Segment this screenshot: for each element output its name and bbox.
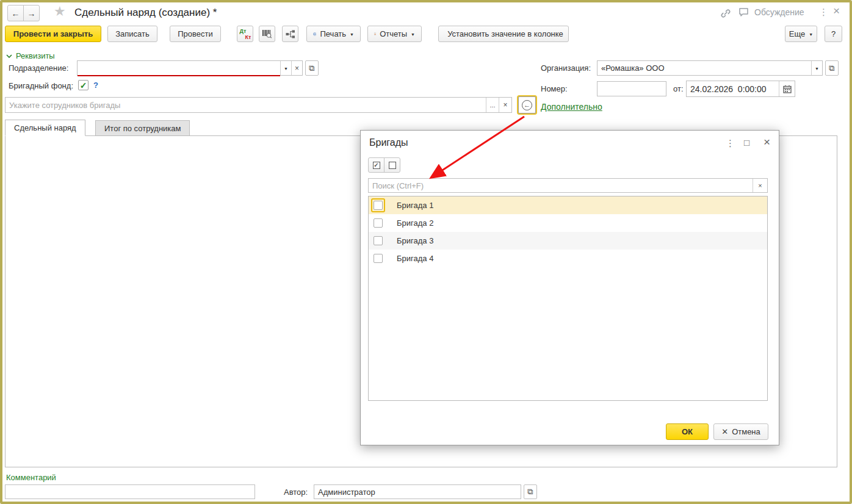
structure-icon bbox=[286, 30, 295, 38]
dt-kt-icon: Дт Кт bbox=[240, 29, 251, 40]
window-menu-icon[interactable]: ⋮ bbox=[819, 7, 828, 18]
caret-icon: ▼ bbox=[350, 32, 354, 37]
department-label: Подразделение: bbox=[9, 63, 68, 73]
nav-buttons: ← → bbox=[7, 5, 40, 21]
chevron-down-icon: ▼ bbox=[815, 67, 819, 71]
back-button[interactable]: ← bbox=[7, 5, 24, 21]
back-icon: ← bbox=[12, 9, 20, 18]
item-checkbox[interactable] bbox=[374, 218, 383, 228]
cancel-button[interactable]: ✕ Отмена bbox=[713, 423, 768, 440]
ok-button[interactable]: ОК bbox=[666, 423, 709, 440]
dialog-toolbar: ✓ bbox=[368, 157, 400, 173]
item-checkbox[interactable] bbox=[374, 201, 383, 210]
set-column-value-button[interactable]: Установить значение в колонке bbox=[438, 26, 569, 42]
forward-button[interactable]: → bbox=[23, 5, 40, 21]
dialog-maximize-icon[interactable]: □ bbox=[744, 137, 749, 148]
window-close-icon[interactable]: × bbox=[833, 5, 840, 16]
department-open-button[interactable]: ⧉ bbox=[305, 60, 319, 76]
author-input[interactable] bbox=[314, 485, 521, 499]
link-icon[interactable] bbox=[720, 8, 731, 19]
open-icon: ⧉ bbox=[309, 63, 314, 73]
brigades-picker-button[interactable]: ← bbox=[518, 96, 536, 113]
brigade-fund-help[interactable]: ? bbox=[93, 81, 98, 90]
post-button[interactable]: Провести bbox=[170, 26, 221, 42]
list-item-brigada-3[interactable]: Бригада 3 bbox=[369, 232, 767, 250]
ellipsis-icon: ... bbox=[489, 101, 495, 109]
list-item-brigada-1[interactable]: Бригада 1 bbox=[369, 196, 767, 214]
brigade-fund-checkbox[interactable]: ✓ bbox=[78, 80, 88, 90]
brigades-list: Бригада 1 Бригада 2 Бригада 3 Бригада 4 bbox=[368, 196, 768, 401]
checkbox-focus-ring bbox=[371, 198, 385, 212]
item-checkbox[interactable] bbox=[374, 236, 383, 245]
list-item-brigada-4[interactable]: Бригада 4 bbox=[369, 250, 767, 267]
organization-dropdown-button[interactable]: ▼ bbox=[811, 61, 822, 75]
list-item-brigada-2[interactable]: Бригада 2 bbox=[369, 214, 767, 232]
forward-icon: → bbox=[27, 9, 36, 18]
print-button[interactable]: Печать▼ bbox=[306, 26, 361, 42]
author-label: Автор: bbox=[284, 488, 308, 497]
number-field bbox=[597, 81, 666, 96]
date-input[interactable] bbox=[687, 81, 779, 96]
help-button[interactable]: ? bbox=[825, 26, 842, 42]
department-dropdown-button[interactable]: ▼ bbox=[280, 61, 291, 75]
more-button[interactable]: Еще▼ bbox=[785, 26, 817, 42]
clear-icon: × bbox=[758, 182, 762, 189]
back-circle-icon: ← bbox=[522, 100, 532, 110]
brigade-fund-label: Бригадный фонд: bbox=[9, 81, 73, 90]
organization-open-button[interactable]: ⧉ bbox=[825, 60, 839, 76]
uncheck-all-button[interactable] bbox=[384, 157, 400, 173]
report-icon bbox=[374, 29, 376, 38]
additional-link[interactable]: Дополнительно bbox=[541, 102, 602, 112]
requisites-group-toggle[interactable]: Реквизиты bbox=[6, 51, 55, 60]
barcode-icon bbox=[262, 29, 272, 38]
list-item-label: Бригада 1 bbox=[397, 201, 433, 210]
department-combo: ▼ × bbox=[77, 60, 303, 76]
favorite-star-icon[interactable]: ★ bbox=[54, 4, 66, 20]
caret-icon: ▼ bbox=[809, 32, 813, 37]
brigade-employees-input[interactable] bbox=[5, 98, 486, 112]
chat-icon bbox=[738, 7, 750, 18]
date-calendar-button[interactable] bbox=[779, 81, 795, 96]
checked-box-icon: ✓ bbox=[373, 162, 380, 169]
chevron-down-icon: ▼ bbox=[284, 67, 288, 71]
department-clear-button[interactable]: × bbox=[291, 61, 302, 75]
app-window: ← → ★ Сдельный наряд (создание) * Обсужд… bbox=[0, 0, 852, 504]
organization-input[interactable] bbox=[597, 61, 811, 75]
dialog-close-icon[interactable]: × bbox=[764, 135, 770, 149]
reports-button[interactable]: Отчеты▼ bbox=[367, 26, 422, 42]
printer-icon bbox=[313, 30, 316, 38]
dialog-menu-icon[interactable]: ⋮ bbox=[726, 138, 735, 149]
brigade-select-button[interactable]: ... bbox=[486, 98, 499, 112]
brigade-employees-field: ... × bbox=[5, 97, 512, 113]
item-checkbox[interactable] bbox=[374, 254, 383, 263]
discussion-button[interactable]: Обсуждение bbox=[738, 7, 804, 18]
tab-piecework-order[interactable]: Сдельный наряд bbox=[5, 120, 85, 136]
comment-link[interactable]: Комментарий bbox=[6, 473, 56, 482]
post-and-close-button[interactable]: Провести и закрыть bbox=[5, 26, 101, 42]
author-open-button[interactable]: ⧉ bbox=[524, 484, 537, 499]
structure-button[interactable] bbox=[282, 26, 298, 42]
search-clear-button[interactable]: × bbox=[753, 179, 767, 192]
department-input[interactable] bbox=[78, 61, 280, 75]
list-item-label: Бригада 2 bbox=[397, 218, 433, 228]
tab-employee-totals[interactable]: Итог по сотрудникам bbox=[95, 120, 190, 136]
cancel-x-icon: ✕ bbox=[721, 427, 728, 436]
dt-kt-posting-button[interactable]: Дт Кт bbox=[237, 26, 253, 42]
clear-icon: × bbox=[503, 101, 507, 109]
dialog-search-input[interactable] bbox=[369, 179, 753, 192]
chevron-down-icon bbox=[6, 54, 12, 58]
barcode-scan-button[interactable] bbox=[259, 26, 275, 42]
check-all-button[interactable]: ✓ bbox=[368, 157, 384, 173]
page-title: Сдельный наряд (создание) * bbox=[74, 4, 217, 21]
caret-icon: ▼ bbox=[411, 32, 415, 37]
comment-input[interactable] bbox=[5, 485, 255, 499]
unchecked-box-icon bbox=[389, 162, 396, 169]
check-icon: ✓ bbox=[80, 81, 87, 90]
brigade-clear-button[interactable]: × bbox=[499, 98, 511, 112]
number-label: Номер: bbox=[541, 84, 568, 93]
date-field bbox=[686, 81, 795, 97]
number-input[interactable] bbox=[597, 82, 666, 96]
list-item-label: Бригада 4 bbox=[397, 254, 433, 263]
save-button[interactable]: Записать bbox=[107, 26, 157, 42]
dialog-search-field: × bbox=[368, 178, 768, 193]
